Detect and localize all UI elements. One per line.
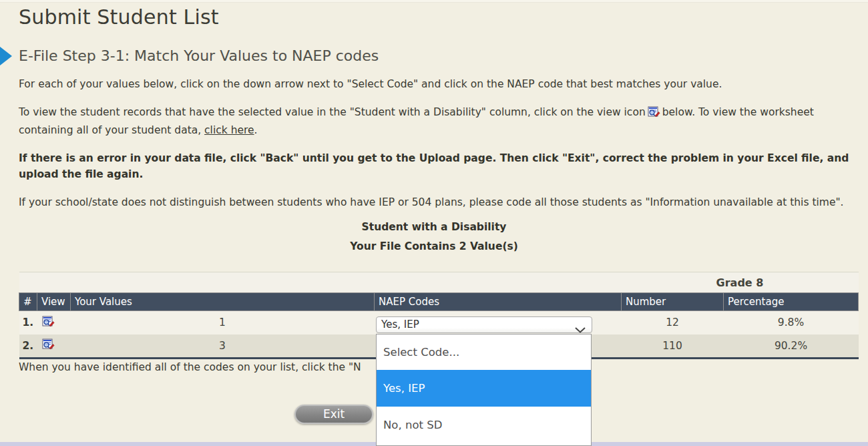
p2-text-before: To view the student records that have th… [19, 106, 646, 118]
error-warning-paragraph: If there is an error in your data file, … [19, 150, 849, 182]
percentage-cell: 90.2% [724, 334, 859, 357]
col-header-your-values: Your Values [71, 293, 375, 311]
step-arrow-icon [0, 47, 12, 65]
col-header-naep-codes: NAEP Codes [375, 293, 622, 311]
row-number: 1. [19, 311, 37, 334]
next-instruction-text: When you have identified all of the code… [19, 361, 361, 373]
grade-header-label: Grade 8 [622, 272, 859, 293]
view-icon [648, 106, 660, 122]
step-heading-row: E-File Step 3-1: Match Your Values to NA… [19, 47, 868, 64]
iep-504-paragraph: If your school/state does not distinguis… [19, 194, 849, 210]
col-header-view: View [37, 293, 71, 311]
instruction-paragraph-1: For each of your values below, click on … [19, 76, 849, 92]
your-value-cell: 1 [71, 311, 375, 334]
page-title: Submit Student List [19, 5, 868, 29]
instruction-paragraph-2: To view the student records that have th… [19, 104, 849, 138]
top-strip [0, 0, 868, 3]
percentage-cell: 9.8% [724, 311, 859, 334]
row-number: 2. [19, 334, 37, 357]
col-header-percentage: Percentage [724, 293, 859, 311]
submit-student-list-page: Submit Student List E-File Step 3-1: Mat… [0, 0, 868, 446]
step-heading: E-File Step 3-1: Match Your Values to NA… [19, 47, 868, 64]
exit-button[interactable]: Exit [294, 405, 373, 424]
col-header-number: Number [622, 293, 724, 311]
values-count-title: Your File Contains 2 Value(s) [0, 240, 868, 252]
dropdown-option-no-not-sd[interactable]: No, not SD [377, 407, 591, 443]
number-cell: 110 [622, 334, 724, 357]
number-cell: 12 [622, 311, 724, 334]
dropdown-option-yes-iep[interactable]: Yes, IEP [377, 370, 591, 407]
grade-header-spacer [19, 272, 622, 293]
col-header-num: # [19, 293, 37, 311]
click-here-link[interactable]: click here [204, 124, 254, 136]
p2-period: . [254, 124, 258, 136]
naep-code-selected-value: Yes, IEP [381, 318, 419, 330]
your-value-cell: 3 [71, 334, 375, 357]
view-row-button[interactable] [37, 334, 71, 357]
view-row-button[interactable] [37, 311, 71, 334]
naep-code-select[interactable]: Yes, IEP [376, 316, 592, 333]
grade-header-row: Grade 8 [19, 272, 859, 293]
column-title: Student with a Disability [0, 221, 868, 233]
table-header-row: # View Your Values NAEP Codes Number Per… [19, 293, 859, 311]
dropdown-option-select-code[interactable]: Select Code... [377, 334, 591, 370]
naep-code-dropdown-list: Select Code... Yes, IEP No, not SD [376, 334, 592, 446]
